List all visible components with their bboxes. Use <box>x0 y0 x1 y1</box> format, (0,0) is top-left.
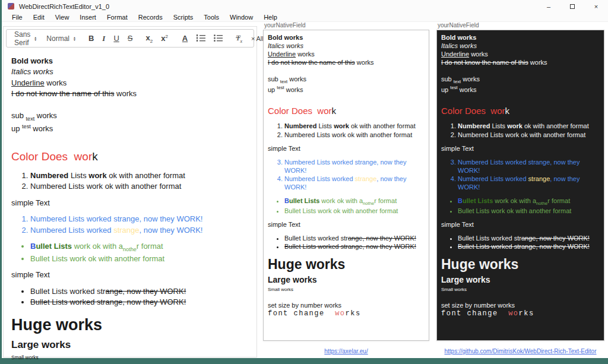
list-item: Bullet Lists work ok with another format <box>284 207 425 215</box>
axelar-link[interactable]: https://axelar.eu/ <box>324 348 368 354</box>
rich-text-line: Bold works <box>11 56 249 67</box>
rich-text-line: I do not know the name of this works <box>11 88 249 99</box>
app-window: WebDirectRichTextEditor_v1_0 – × File Ed… <box>2 0 608 358</box>
close-button[interactable]: × <box>584 0 608 12</box>
rich-text-line: Bullet Lists work ok with another format… <box>441 197 600 215</box>
rich-text-line: Numbered Lists work ok with another form… <box>441 122 600 138</box>
clear-all-label: All <box>256 35 263 42</box>
rich-text-line <box>11 100 249 110</box>
list-item: Numbered Lists work ok with another form… <box>458 122 600 130</box>
list-item: Bullet Lists worked strange, now they WO… <box>284 234 425 242</box>
rich-text-line: I do not know the name of this works <box>268 58 425 67</box>
editor-toolbar: Sans Serif ▲▼ Normal ▲▼ B I U S x2 x2 A <box>6 29 254 48</box>
native-field-light-content: Bold worksItalics worksUnderline worksI … <box>268 33 425 318</box>
list-item: Numbered Lists worked strange, now they … <box>458 158 600 175</box>
bold-icon: B <box>88 34 94 43</box>
rich-text-line <box>11 135 249 145</box>
rich-text-line: set size by number works <box>268 301 425 309</box>
paragraph-style-select[interactable]: Normal ▲▼ <box>46 34 76 43</box>
menu-window[interactable]: Window <box>224 14 258 21</box>
minimize-button[interactable]: – <box>537 0 560 12</box>
superscript-button[interactable]: x2 <box>157 34 172 43</box>
list-item: Bullet Lists work ok with another format <box>30 241 249 254</box>
rich-text-line: font change works <box>441 309 600 318</box>
bullet-list-button[interactable] <box>214 33 223 44</box>
rich-text-line: Numbered Lists worked strange, now they … <box>441 158 600 191</box>
menu-tools[interactable]: Tools <box>198 14 224 21</box>
menu-records[interactable]: Records <box>133 14 168 21</box>
list-item: Numbered Lists work ok with another form… <box>30 181 249 192</box>
rich-text-line: Underline works <box>11 78 249 88</box>
axelar-link-container: https://axelar.eu/ <box>263 348 429 354</box>
native-field-dark[interactable]: Bold worksItalics worksUnderline worksI … <box>436 30 604 341</box>
menu-scripts[interactable]: Scripts <box>168 14 199 21</box>
rich-text-line: simple Text <box>268 144 425 153</box>
native-field-label-light: yourNativeField <box>264 22 305 29</box>
superscript-digit: 2 <box>165 34 167 39</box>
clear-format-button[interactable]: Tx <box>232 33 246 44</box>
github-link-container: https://github.com/DimitrisKok/WebDirect… <box>436 348 604 354</box>
clear-all-button[interactable]: ×All <box>246 35 264 42</box>
rich-text-line: font change works <box>268 309 425 318</box>
github-link[interactable]: https://github.com/DimitrisKok/WebDirect… <box>445 348 597 354</box>
rich-text-line: Small works <box>11 354 249 361</box>
rich-text-line: sub text works <box>441 75 600 85</box>
strikethrough-button[interactable]: S <box>124 34 137 43</box>
rich-text-line: Underline works <box>268 50 425 58</box>
menu-edit[interactable]: Edit <box>28 14 50 21</box>
list-item: Bullet Lists work ok with another format <box>30 254 249 264</box>
rich-text-line: simple Text <box>268 220 425 229</box>
italic-button[interactable]: I <box>98 34 109 43</box>
list-item: Numbered Lists worked strange, now they … <box>30 214 249 224</box>
rich-text-line: Small works <box>268 287 425 293</box>
select-arrows-icon: ▲▼ <box>73 36 76 41</box>
rich-text-line: Bullet Lists worked strange, now they WO… <box>11 286 249 308</box>
ordered-list-button[interactable] <box>197 33 205 44</box>
rich-text-line: simple Text <box>11 270 249 280</box>
font-family-select[interactable]: Sans Serif ▲▼ <box>14 30 37 47</box>
rich-text-line: Bullet Lists work ok with another format… <box>268 197 425 215</box>
clear-format-sub: x <box>240 38 242 43</box>
rich-text-line: Huge works <box>268 256 425 273</box>
rich-text-line: Bullet Lists worked strange, now they WO… <box>268 234 425 251</box>
rich-text-line: sub text works <box>11 110 249 123</box>
rich-text-editor-panel: Sans Serif ▲▼ Normal ▲▼ B I U S x2 x2 A <box>3 26 257 357</box>
rich-text-line: sub text works <box>268 75 425 85</box>
list-item: Numbered Lists worked strange, now they … <box>458 175 600 191</box>
rich-text-line: Color Does work <box>441 105 600 116</box>
menu-insert[interactable]: Insert <box>74 14 102 21</box>
subscript-icon: x <box>145 33 150 42</box>
rich-text-line: Bold works <box>441 33 600 42</box>
list-item: Numbered Lists work ok with another form… <box>284 131 425 139</box>
titlebar: WebDirectRichTextEditor_v1_0 – × <box>2 0 608 12</box>
rich-text-line <box>441 94 600 102</box>
list-item: Bullet Lists work ok with another format <box>458 207 600 215</box>
rich-text-line: simple Text <box>11 198 249 208</box>
ordered-list-icon <box>197 34 205 42</box>
rich-text-line <box>441 67 600 75</box>
rich-text-line: Bold works <box>268 33 425 42</box>
clear-all-x-icon: × <box>251 35 255 42</box>
list-item: Numbered Lists work ok with another form… <box>284 122 425 130</box>
menu-view[interactable]: View <box>50 14 75 21</box>
subscript-button[interactable]: x2 <box>141 33 157 44</box>
rich-text-line: simple Text <box>441 220 600 229</box>
menu-help[interactable]: Help <box>258 14 283 21</box>
editor-content-area[interactable]: Bold worksItalics worksUnderline worksI … <box>4 50 256 364</box>
underline-button[interactable]: U <box>109 34 123 43</box>
menu-file[interactable]: File <box>7 14 28 21</box>
rich-text-line: Bullet Lists work ok with another format… <box>11 241 249 264</box>
menubar: File Edit View Insert Format Records Scr… <box>2 12 608 22</box>
font-color-button[interactable]: A <box>178 34 192 43</box>
menu-format[interactable]: Format <box>102 14 133 21</box>
native-field-light[interactable]: Bold worksItalics worksUnderline worksI … <box>263 30 429 341</box>
rich-text-line: Color Does work <box>11 149 249 165</box>
maximize-button[interactable] <box>560 0 584 12</box>
bold-button[interactable]: B <box>84 34 98 43</box>
rich-text-line <box>268 94 425 102</box>
native-field-dark-content: Bold worksItalics worksUnderline worksI … <box>441 33 600 318</box>
list-item: Numbered Lists work ok with another form… <box>30 170 249 181</box>
native-field-label-dark: yourNativeField <box>438 22 479 29</box>
maximize-icon <box>570 4 575 9</box>
list-item: Bullet Lists work ok with another format <box>458 197 600 207</box>
